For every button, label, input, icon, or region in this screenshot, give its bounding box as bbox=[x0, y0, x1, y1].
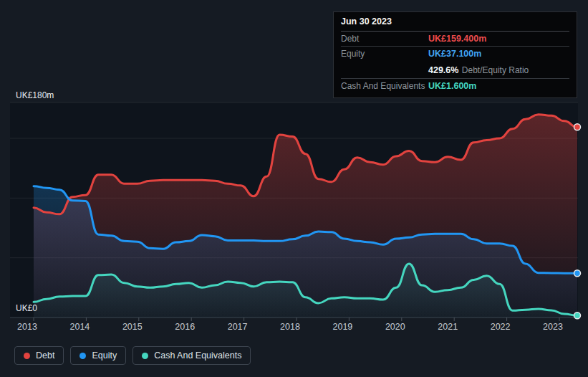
tooltip-cash-row: Cash And Equivalents UK£1.600m bbox=[341, 78, 569, 93]
cash-end-marker[interactable] bbox=[574, 312, 581, 319]
tooltip-equity-row: Equity UK£37.100m bbox=[341, 46, 569, 61]
x-axis-label-2022: 2022 bbox=[479, 322, 522, 332]
legend-item-equity[interactable]: Equity bbox=[70, 346, 126, 365]
tooltip-cash-value: UK£1.600m bbox=[428, 81, 569, 91]
x-axis-label-2023: 2023 bbox=[531, 322, 574, 332]
tooltip-equity-label: Equity bbox=[341, 49, 428, 59]
x-axis-label-2017: 2017 bbox=[216, 322, 259, 332]
tooltip-debt-value: UK£159.400m bbox=[428, 34, 569, 44]
tooltip-debt-label: Debt bbox=[341, 34, 428, 44]
tooltip-date: Jun 30 2023 bbox=[341, 12, 569, 31]
cash-dot-icon bbox=[142, 353, 148, 359]
legend-item-cash[interactable]: Cash And Equivalents bbox=[132, 346, 251, 365]
x-axis-label-2021: 2021 bbox=[426, 322, 469, 332]
legend-debt-label: Debt bbox=[36, 350, 54, 361]
x-axis-ticks bbox=[34, 318, 559, 321]
y-axis-zero-label: UK£0 bbox=[16, 303, 37, 313]
equity-dot-icon bbox=[79, 353, 86, 359]
debt-end-marker[interactable] bbox=[574, 124, 581, 130]
tooltip-ratio-row: 429.6% Debt/Equity Ratio bbox=[341, 61, 569, 78]
tooltip-ratio-label: Debt/Equity Ratio bbox=[462, 65, 529, 75]
y-axis-max-label: UK£180m bbox=[16, 90, 54, 100]
debt-equity-chart-panel: UK£180m UK£0 201320142015201620172018201… bbox=[0, 0, 588, 377]
chart-tooltip: Jun 30 2023 Debt UK£159.400m Equity UK£3… bbox=[333, 11, 577, 98]
x-axis-label-2019: 2019 bbox=[321, 322, 364, 332]
tooltip-equity-value: UK£37.100m bbox=[428, 49, 569, 59]
legend-cash-label: Cash And Equivalents bbox=[154, 350, 241, 361]
tooltip-ratio-value: 429.6% bbox=[428, 65, 458, 75]
chart-legend: Debt Equity Cash And Equivalents bbox=[14, 346, 251, 365]
x-axis-label-2018: 2018 bbox=[269, 322, 312, 332]
x-axis-label-2015: 2015 bbox=[111, 322, 154, 332]
x-axis-label-2016: 2016 bbox=[163, 322, 206, 332]
tooltip-debt-row: Debt UK£159.400m bbox=[341, 31, 569, 46]
debt-dot-icon bbox=[24, 353, 30, 359]
equity-end-marker[interactable] bbox=[574, 270, 581, 277]
legend-item-debt[interactable]: Debt bbox=[14, 346, 64, 365]
legend-equity-label: Equity bbox=[92, 350, 117, 361]
x-axis-label-2020: 2020 bbox=[374, 322, 417, 332]
x-axis-label-2014: 2014 bbox=[58, 322, 101, 332]
tooltip-cash-label: Cash And Equivalents bbox=[341, 81, 428, 91]
x-axis-label-2013: 2013 bbox=[6, 322, 49, 332]
